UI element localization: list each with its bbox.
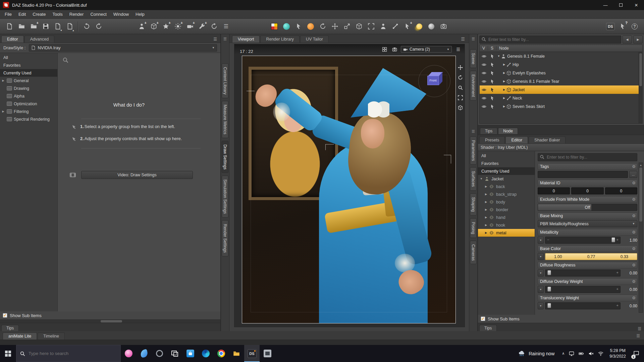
scene-node-eyelashes[interactable]: ▶ Evelyn Eyelashes: [480, 69, 642, 77]
tab-editor[interactable]: Editor: [505, 136, 528, 143]
export-button[interactable]: ▲: [64, 20, 76, 33]
merge-file-button[interactable]: +: [28, 20, 40, 33]
group-diffuse-roughness[interactable]: Diffuse Roughness ⚙: [538, 262, 637, 268]
metallicity-value[interactable]: 1.00: [622, 238, 637, 243]
create-node-button[interactable]: +: [196, 20, 208, 33]
visibility-eye-icon[interactable]: [482, 79, 486, 84]
gear-icon[interactable]: ⚙: [632, 181, 636, 185]
pane-menu-icon[interactable]: ☰: [638, 326, 643, 331]
gear-icon[interactable]: ⚙: [632, 197, 636, 202]
increment-icon[interactable]: +: [616, 238, 619, 242]
tab-tips[interactable]: Tips: [1, 325, 19, 331]
pane-menu-icon[interactable]: ☰: [213, 37, 219, 43]
group-metallicity[interactable]: Metallicity ⚙: [538, 229, 637, 236]
orbit-mode-button[interactable]: [208, 20, 220, 33]
universal-tool-button[interactable]: [305, 20, 317, 33]
expand-icon[interactable]: ▶: [484, 224, 488, 227]
redo-button[interactable]: [93, 20, 105, 33]
help-button[interactable]: ?: [629, 20, 641, 33]
menu-tools[interactable]: Tools: [49, 10, 66, 18]
material-body[interactable]: ▶body: [478, 198, 535, 206]
orientation-cube[interactable]: Front: [427, 76, 443, 88]
volume-muted-tray-icon[interactable]: [588, 351, 594, 356]
minimize-button[interactable]: —: [598, 0, 613, 10]
expand-icon[interactable]: ▶: [484, 216, 488, 219]
expand-icon[interactable]: ▶: [484, 208, 488, 211]
scene-filter-input[interactable]: [479, 36, 621, 44]
blue-brush-app-button[interactable]: [136, 345, 152, 362]
scrollbar-thumb[interactable]: [639, 53, 642, 86]
filter-all[interactable]: All: [478, 152, 535, 160]
parameter-expand-button[interactable]: ▼: [538, 286, 544, 293]
camera-selector[interactable]: Camera (2) ▼: [401, 46, 452, 53]
group-base-mixing[interactable]: Base Mixing ⚙: [538, 213, 637, 219]
menu-file[interactable]: File: [1, 10, 15, 18]
orbit-tool-icon[interactable]: [458, 75, 463, 80]
selectable-cursor-icon[interactable]: [490, 87, 495, 92]
material-back-strap[interactable]: ▶back_strap: [478, 190, 535, 198]
filter-currently-used[interactable]: Currently Used: [478, 167, 535, 175]
pan-tool-icon[interactable]: [458, 65, 463, 70]
scene-node-hip[interactable]: ▶ Hip: [480, 60, 642, 69]
joint-editor-button[interactable]: [389, 20, 401, 33]
snapshot-button[interactable]: [391, 46, 398, 52]
dock-menu-icon[interactable]: ☰: [472, 37, 475, 41]
exclude-white-mode-toggle[interactable]: Off: [538, 204, 637, 211]
open-file-button[interactable]: [15, 20, 28, 33]
microsoft-store-button[interactable]: [182, 345, 198, 362]
new-file-button[interactable]: [3, 20, 15, 33]
tab-cameras[interactable]: Cameras: [470, 241, 477, 264]
node-instance-button[interactable]: +: [401, 20, 413, 33]
expand-icon[interactable]: ▶: [484, 193, 488, 196]
base-mixing-dropdown[interactable]: PBR Metallicity/Roughness ▼: [538, 220, 637, 227]
gear-icon[interactable]: ⚙: [632, 164, 636, 169]
frame-tool-icon[interactable]: [458, 95, 463, 100]
create-light-button[interactable]: +: [172, 20, 184, 33]
tab-posing[interactable]: Posing: [470, 218, 477, 238]
show-sub-items-checkbox[interactable]: ✓: [3, 313, 7, 318]
nav-back-button[interactable]: ◀: [623, 36, 632, 44]
chrome-browser-button[interactable]: [213, 345, 229, 362]
group-material-id[interactable]: Material ID ⚙: [538, 180, 637, 186]
render-camera-button[interactable]: [437, 20, 449, 33]
group-base-color[interactable]: Base Color ⚙: [538, 245, 637, 252]
import-button[interactable]: ▼: [52, 20, 64, 33]
diffuse-overlay-slider[interactable]: − +: [545, 286, 621, 293]
increment-icon[interactable]: +: [616, 270, 619, 275]
gear-icon[interactable]: ⚙: [632, 279, 636, 284]
show-sub-items-checkbox[interactable]: ✓: [481, 316, 485, 321]
tab-surfaces[interactable]: Surfaces: [470, 167, 477, 190]
group-exclude-white-mode[interactable]: Exclude From White Mode ⚙: [538, 196, 637, 203]
network-tray-icon[interactable]: [598, 351, 603, 356]
visibility-eye-icon[interactable]: [482, 62, 486, 67]
diffuse-overlay-value[interactable]: 0.00: [622, 287, 637, 292]
tab-simulation-settings[interactable]: Simulation Settings: [222, 176, 228, 218]
video-draw-settings-button[interactable]: Video: Draw Settings: [81, 171, 193, 179]
menu-render[interactable]: Render: [66, 10, 87, 18]
tray-expand-chevron[interactable]: ∧: [562, 351, 565, 356]
save-button[interactable]: [40, 20, 52, 33]
nav-forward-button[interactable]: ▶: [633, 36, 643, 44]
selectable-cursor-icon[interactable]: [490, 96, 495, 101]
edge-browser-button[interactable]: [198, 345, 213, 362]
group-diffuse-overlay-weight[interactable]: Diffuse Overlay Weight ⚙: [538, 278, 637, 285]
expand-icon[interactable]: ▶: [502, 80, 506, 83]
tab-environment[interactable]: Environment: [470, 71, 477, 101]
expand-icon[interactable]: ▶: [502, 97, 506, 100]
daz-studio-taskbar-button[interactable]: DS: [244, 345, 260, 362]
translucency-slider[interactable]: − +: [545, 302, 621, 309]
filter-favorites[interactable]: Favorites: [478, 160, 535, 167]
scene-node-skirt[interactable]: ▶ Seven Seas Skirt: [480, 102, 642, 111]
tab-presets[interactable]: Presets: [479, 136, 505, 143]
material-hook[interactable]: ▶hook: [478, 221, 535, 229]
pose-tool-button[interactable]: [377, 20, 389, 33]
properties-filter-input[interactable]: [538, 153, 637, 161]
scene-node-jacket-selected[interactable]: ▶ Jacket: [480, 85, 642, 94]
tab-uv-tailor[interactable]: UV Tailor: [300, 36, 328, 43]
tab-scene[interactable]: Scene: [470, 49, 477, 68]
material-back[interactable]: ▶back: [478, 183, 535, 190]
diffuse-roughness-slider[interactable]: − +: [545, 269, 621, 277]
pane-menu-icon[interactable]: ☰: [636, 334, 641, 340]
tab-node[interactable]: Node: [498, 128, 518, 134]
menu-edit[interactable]: Edit: [15, 10, 29, 18]
